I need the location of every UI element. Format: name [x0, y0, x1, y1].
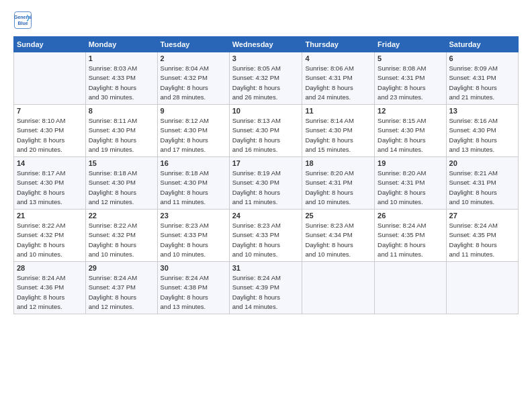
day-cell: 16Sunrise: 8:18 AM Sunset: 4:30 PM Dayli…: [157, 157, 229, 210]
day-cell: 5Sunrise: 8:08 AM Sunset: 4:31 PM Daylig…: [375, 52, 446, 105]
day-info: Sunrise: 8:24 AM Sunset: 4:38 PM Dayligh…: [161, 273, 226, 312]
header-cell-tuesday: Tuesday: [157, 37, 229, 52]
day-number: 20: [449, 159, 515, 167]
header-cell-thursday: Thursday: [302, 37, 375, 52]
day-number: 8: [89, 107, 154, 115]
day-cell: 19Sunrise: 8:20 AM Sunset: 4:31 PM Dayli…: [375, 157, 446, 210]
day-number: 15: [89, 159, 154, 167]
day-info: Sunrise: 8:23 AM Sunset: 4:34 PM Dayligh…: [305, 221, 371, 259]
day-info: Sunrise: 8:23 AM Sunset: 4:33 PM Dayligh…: [161, 221, 226, 259]
header-cell-friday: Friday: [375, 37, 446, 52]
day-number: 5: [378, 54, 443, 62]
day-cell: 23Sunrise: 8:23 AM Sunset: 4:33 PM Dayli…: [157, 210, 229, 262]
day-cell: 2Sunrise: 8:04 AM Sunset: 4:32 PM Daylig…: [157, 52, 229, 105]
day-info: Sunrise: 8:24 AM Sunset: 4:35 PM Dayligh…: [449, 221, 515, 259]
day-info: Sunrise: 8:19 AM Sunset: 4:30 PM Dayligh…: [232, 169, 300, 207]
day-info: Sunrise: 8:18 AM Sunset: 4:30 PM Dayligh…: [89, 169, 154, 207]
day-info: Sunrise: 8:05 AM Sunset: 4:32 PM Dayligh…: [232, 64, 300, 102]
day-info: Sunrise: 8:22 AM Sunset: 4:32 PM Dayligh…: [17, 221, 83, 259]
day-info: Sunrise: 8:13 AM Sunset: 4:30 PM Dayligh…: [232, 116, 300, 154]
day-number: 14: [17, 159, 83, 167]
week-row-5: 28Sunrise: 8:24 AM Sunset: 4:36 PM Dayli…: [14, 262, 519, 314]
header-cell-sunday: Sunday: [14, 37, 86, 52]
day-cell: 31Sunrise: 8:24 AM Sunset: 4:39 PM Dayli…: [229, 262, 302, 314]
day-number: 10: [232, 107, 300, 115]
calendar-table: SundayMondayTuesdayWednesdayThursdayFrid…: [13, 36, 519, 314]
day-info: Sunrise: 8:24 AM Sunset: 4:39 PM Dayligh…: [232, 273, 300, 312]
day-cell: 22Sunrise: 8:22 AM Sunset: 4:32 PM Dayli…: [85, 210, 157, 262]
day-number: 27: [449, 212, 515, 220]
day-info: Sunrise: 8:24 AM Sunset: 4:35 PM Dayligh…: [378, 221, 443, 259]
week-row-2: 7Sunrise: 8:10 AM Sunset: 4:30 PM Daylig…: [14, 105, 519, 157]
day-info: Sunrise: 8:15 AM Sunset: 4:30 PM Dayligh…: [378, 116, 443, 154]
header-cell-monday: Monday: [85, 37, 157, 52]
day-info: Sunrise: 8:17 AM Sunset: 4:30 PM Dayligh…: [17, 169, 83, 207]
day-info: Sunrise: 8:22 AM Sunset: 4:32 PM Dayligh…: [89, 221, 154, 259]
day-info: Sunrise: 8:23 AM Sunset: 4:33 PM Dayligh…: [232, 221, 300, 259]
day-cell: 25Sunrise: 8:23 AM Sunset: 4:34 PM Dayli…: [302, 210, 375, 262]
day-number: 16: [161, 159, 226, 167]
day-number: 6: [449, 54, 515, 62]
day-cell: 11Sunrise: 8:14 AM Sunset: 4:30 PM Dayli…: [302, 105, 375, 157]
day-number: 7: [17, 107, 83, 115]
day-cell: 28Sunrise: 8:24 AM Sunset: 4:36 PM Dayli…: [14, 262, 86, 314]
day-info: Sunrise: 8:24 AM Sunset: 4:37 PM Dayligh…: [89, 273, 154, 312]
page: General Blue SundayMondayTuesdayWednesda…: [0, 0, 532, 411]
svg-text:Blue: Blue: [17, 21, 28, 26]
day-number: 30: [161, 264, 226, 272]
day-info: Sunrise: 8:20 AM Sunset: 4:31 PM Dayligh…: [378, 169, 443, 207]
week-row-3: 14Sunrise: 8:17 AM Sunset: 4:30 PM Dayli…: [14, 157, 519, 210]
day-number: 1: [89, 54, 154, 62]
day-cell: 30Sunrise: 8:24 AM Sunset: 4:38 PM Dayli…: [157, 262, 229, 314]
day-number: 22: [89, 212, 154, 220]
day-info: Sunrise: 8:04 AM Sunset: 4:32 PM Dayligh…: [161, 64, 226, 102]
day-number: 29: [89, 264, 154, 272]
day-info: Sunrise: 8:12 AM Sunset: 4:30 PM Dayligh…: [161, 116, 226, 154]
day-cell: 8Sunrise: 8:11 AM Sunset: 4:30 PM Daylig…: [85, 105, 157, 157]
day-info: Sunrise: 8:16 AM Sunset: 4:30 PM Dayligh…: [449, 116, 515, 154]
day-info: Sunrise: 8:24 AM Sunset: 4:36 PM Dayligh…: [17, 273, 83, 312]
day-number: 28: [17, 264, 83, 272]
day-cell: 9Sunrise: 8:12 AM Sunset: 4:30 PM Daylig…: [157, 105, 229, 157]
day-cell: 15Sunrise: 8:18 AM Sunset: 4:30 PM Dayli…: [85, 157, 157, 210]
week-row-1: 1Sunrise: 8:03 AM Sunset: 4:33 PM Daylig…: [14, 52, 519, 105]
day-info: Sunrise: 8:21 AM Sunset: 4:31 PM Dayligh…: [449, 169, 515, 207]
day-info: Sunrise: 8:09 AM Sunset: 4:31 PM Dayligh…: [449, 64, 515, 102]
day-info: Sunrise: 8:08 AM Sunset: 4:31 PM Dayligh…: [378, 64, 443, 102]
day-cell: 17Sunrise: 8:19 AM Sunset: 4:30 PM Dayli…: [229, 157, 302, 210]
day-info: Sunrise: 8:20 AM Sunset: 4:31 PM Dayligh…: [305, 169, 371, 207]
day-number: 4: [305, 54, 371, 62]
day-cell: 13Sunrise: 8:16 AM Sunset: 4:30 PM Dayli…: [446, 105, 518, 157]
day-cell: 1Sunrise: 8:03 AM Sunset: 4:33 PM Daylig…: [85, 52, 157, 105]
day-number: 26: [378, 212, 443, 220]
day-cell: 18Sunrise: 8:20 AM Sunset: 4:31 PM Dayli…: [302, 157, 375, 210]
day-info: Sunrise: 8:18 AM Sunset: 4:30 PM Dayligh…: [161, 169, 226, 207]
day-cell: 4Sunrise: 8:06 AM Sunset: 4:31 PM Daylig…: [302, 52, 375, 105]
day-number: 19: [378, 159, 443, 167]
day-cell: 20Sunrise: 8:21 AM Sunset: 4:31 PM Dayli…: [446, 157, 518, 210]
day-info: Sunrise: 8:11 AM Sunset: 4:30 PM Dayligh…: [89, 116, 154, 154]
day-number: 21: [17, 212, 83, 220]
day-number: 13: [449, 107, 515, 115]
day-number: 12: [378, 107, 443, 115]
day-cell: 12Sunrise: 8:15 AM Sunset: 4:30 PM Dayli…: [375, 105, 446, 157]
day-number: 11: [305, 107, 371, 115]
day-cell: [446, 262, 518, 314]
header-cell-wednesday: Wednesday: [229, 37, 302, 52]
day-number: 25: [305, 212, 371, 220]
day-cell: 24Sunrise: 8:23 AM Sunset: 4:33 PM Dayli…: [229, 210, 302, 262]
day-cell: 21Sunrise: 8:22 AM Sunset: 4:32 PM Dayli…: [14, 210, 86, 262]
day-cell: 7Sunrise: 8:10 AM Sunset: 4:30 PM Daylig…: [14, 105, 86, 157]
day-cell: 29Sunrise: 8:24 AM Sunset: 4:37 PM Dayli…: [85, 262, 157, 314]
day-cell: 10Sunrise: 8:13 AM Sunset: 4:30 PM Dayli…: [229, 105, 302, 157]
day-cell: 14Sunrise: 8:17 AM Sunset: 4:30 PM Dayli…: [14, 157, 86, 210]
day-cell: 27Sunrise: 8:24 AM Sunset: 4:35 PM Dayli…: [446, 210, 518, 262]
svg-rect-0: [15, 12, 32, 29]
day-cell: 3Sunrise: 8:05 AM Sunset: 4:32 PM Daylig…: [229, 52, 302, 105]
logo-icon: General Blue: [13, 11, 32, 30]
day-number: 2: [161, 54, 226, 62]
day-number: 17: [232, 159, 300, 167]
day-info: Sunrise: 8:03 AM Sunset: 4:33 PM Dayligh…: [89, 64, 154, 102]
day-cell: [14, 52, 86, 105]
day-info: Sunrise: 8:06 AM Sunset: 4:31 PM Dayligh…: [305, 64, 371, 102]
